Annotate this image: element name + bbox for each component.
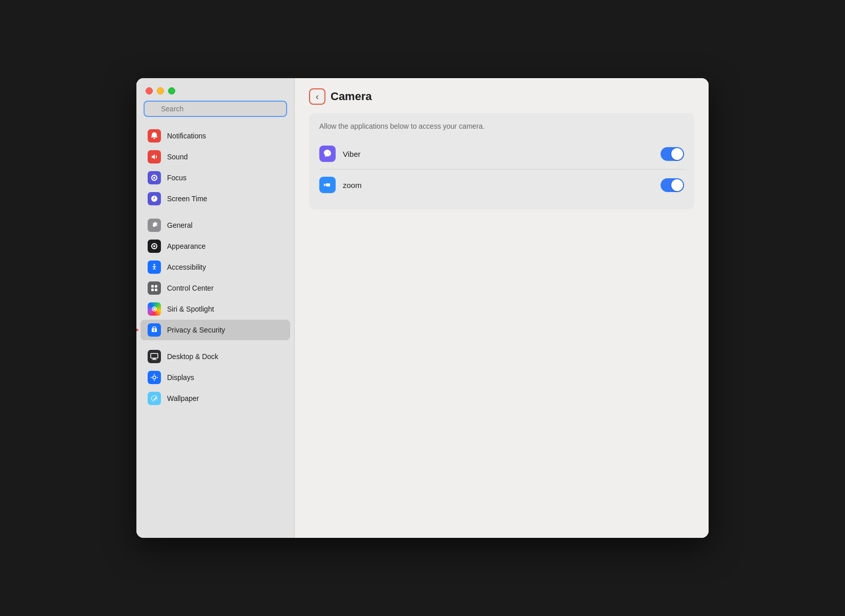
notifications-icon <box>148 129 161 143</box>
sidebar-item-screen-time[interactable]: Screen Time <box>140 188 290 209</box>
svg-rect-10 <box>151 353 158 358</box>
zoom-toggle[interactable] <box>661 178 684 192</box>
sidebar-item-displays[interactable]: Displays <box>140 367 290 388</box>
svg-point-13 <box>153 376 156 379</box>
titlebar <box>136 78 294 101</box>
viber-app-name: Viber <box>343 150 361 158</box>
sidebar-list: Notifications Sound F <box>136 123 294 538</box>
back-button[interactable]: ‹ <box>309 88 325 105</box>
sidebar-item-control-center[interactable]: Control Center <box>140 278 290 298</box>
system-preferences-window: 🔍 Notifications <box>136 78 709 538</box>
sidebar-item-wallpaper[interactable]: Wallpaper <box>140 388 290 409</box>
privacy-icon <box>148 323 161 337</box>
maximize-button[interactable] <box>168 87 175 94</box>
svg-rect-12 <box>152 360 157 360</box>
divider-1 <box>136 209 294 215</box>
svg-point-0 <box>153 177 155 179</box>
app-list: Viber <box>319 138 684 200</box>
arrow-pointer <box>136 326 139 334</box>
svg-rect-5 <box>155 285 157 288</box>
focus-label: Focus <box>167 174 186 182</box>
close-button[interactable] <box>146 87 153 94</box>
accessibility-label: Accessibility <box>167 263 206 271</box>
content-card: Allow the applications below to access y… <box>309 113 694 209</box>
siri-label: Siri & Spotlight <box>167 305 214 313</box>
control-center-label: Control Center <box>167 284 214 292</box>
zoom-app-name: zoom <box>343 181 362 189</box>
control-center-icon <box>148 281 161 295</box>
sidebar-item-focus[interactable]: Focus <box>140 168 290 188</box>
wallpaper-label: Wallpaper <box>167 394 199 402</box>
sound-icon <box>148 150 161 163</box>
sidebar-item-general[interactable]: General <box>140 215 290 235</box>
appearance-icon <box>148 240 161 253</box>
content-area: Allow the applications below to access y… <box>295 113 709 538</box>
viber-toggle[interactable] <box>661 147 684 161</box>
sidebar-item-sound[interactable]: Sound <box>140 147 290 167</box>
general-label: General <box>167 221 193 229</box>
app-info-zoom: zoom <box>319 177 362 193</box>
minimize-button[interactable] <box>157 87 164 94</box>
svg-rect-11 <box>153 359 156 360</box>
viber-toggle-slider <box>661 147 684 161</box>
app-info-viber: Viber <box>319 146 361 162</box>
table-row: zoom <box>319 170 684 200</box>
search-input[interactable] <box>144 101 287 117</box>
notifications-label: Notifications <box>167 132 206 140</box>
content-description: Allow the applications below to access y… <box>319 122 684 130</box>
svg-point-2 <box>153 245 155 247</box>
sidebar-item-accessibility[interactable]: Accessibility <box>140 257 290 277</box>
sidebar-item-privacy[interactable]: Privacy & Security <box>140 320 290 340</box>
svg-rect-6 <box>151 289 154 291</box>
back-chevron-icon: ‹ <box>316 91 319 102</box>
sound-label: Sound <box>167 153 187 161</box>
desktop-label: Desktop & Dock <box>167 352 218 361</box>
siri-icon <box>148 302 161 316</box>
sidebar-item-siri[interactable]: Siri & Spotlight <box>140 299 290 319</box>
accessibility-icon <box>148 260 161 274</box>
sidebar: 🔍 Notifications <box>136 78 295 538</box>
svg-rect-4 <box>151 285 154 288</box>
search-container: 🔍 <box>136 101 294 123</box>
page-title: Camera <box>331 90 372 103</box>
zoom-app-icon <box>319 177 336 193</box>
svg-point-9 <box>153 308 155 310</box>
main-header: ‹ Camera <box>295 78 709 113</box>
displays-label: Displays <box>167 373 194 382</box>
screen-time-label: Screen Time <box>167 195 207 203</box>
svg-rect-7 <box>155 289 157 291</box>
privacy-label: Privacy & Security <box>167 326 225 334</box>
wallpaper-icon <box>148 392 161 405</box>
screen-time-icon <box>148 192 161 205</box>
focus-icon <box>148 171 161 184</box>
main-content: ‹ Camera Allow the applications below to… <box>295 78 709 538</box>
displays-icon <box>148 371 161 384</box>
appearance-label: Appearance <box>167 242 206 250</box>
search-wrapper: 🔍 <box>144 101 287 117</box>
svg-point-3 <box>154 264 155 266</box>
viber-app-icon <box>319 146 336 162</box>
desktop-icon <box>148 350 161 363</box>
table-row: Viber <box>319 138 684 170</box>
general-icon <box>148 219 161 232</box>
divider-2 <box>136 341 294 346</box>
sidebar-item-notifications[interactable]: Notifications <box>140 126 290 146</box>
sidebar-item-desktop[interactable]: Desktop & Dock <box>140 346 290 367</box>
sidebar-item-appearance[interactable]: Appearance <box>140 236 290 256</box>
zoom-toggle-slider <box>661 178 684 192</box>
